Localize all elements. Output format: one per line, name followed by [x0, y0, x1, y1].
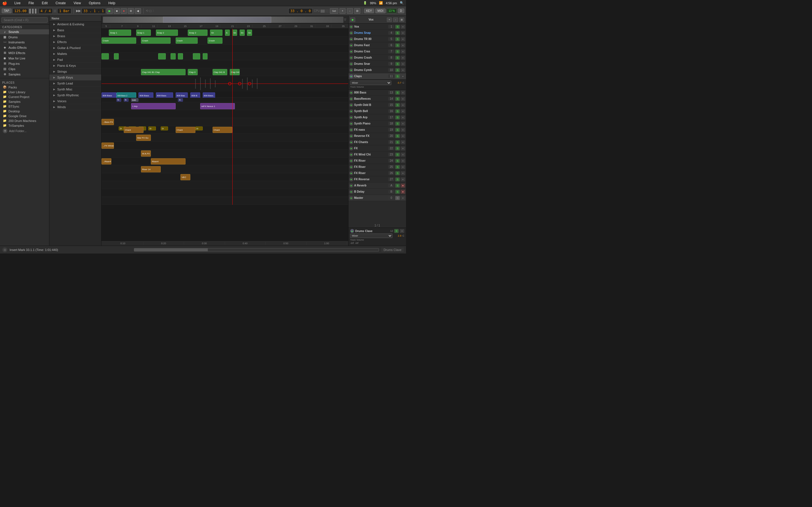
mt-s-vox[interactable]: S [395, 25, 400, 29]
track-lane-drums-cras[interactable] [101, 60, 348, 68]
mixer-track-fx-wind-chi[interactable]: ▶ FX Wind Chi 23 S ● [349, 152, 406, 158]
mixer-track-fx-riser-24[interactable]: ▶ FX Riser 24 S ● [349, 158, 406, 164]
mixer-minus-btn[interactable]: - [393, 17, 398, 22]
mt-s-drums-cras[interactable]: S [395, 50, 400, 54]
place-desktop[interactable]: 📁 Desktop [0, 109, 49, 114]
tap-button[interactable]: TAP [2, 8, 11, 13]
browser-item-14[interactable]: ▶ Winds [49, 104, 101, 110]
clip-refx[interactable]: reFX Nexus 1 [200, 103, 235, 109]
mt-r-drums-cras[interactable]: ● [401, 50, 405, 54]
track-lane-warfx[interactable]: War FX Gu [101, 134, 348, 142]
place-packs[interactable]: 📦 Packs [0, 85, 49, 90]
sidebar-item-plugins[interactable]: ⊞ Plug-ins [0, 61, 49, 66]
clip-clap4[interactable]: Clap 041 B [230, 69, 240, 75]
menu-create[interactable]: Create [54, 1, 67, 6]
bpm-display[interactable]: 125.00 [12, 8, 29, 14]
mixer-add-btn[interactable]: + [387, 17, 392, 22]
clip-fast-5[interactable] [178, 53, 183, 59]
mt-r-drums-tr80[interactable]: ● [401, 37, 405, 41]
mt-s-808bass[interactable]: S [395, 91, 400, 95]
mixer-track-fx[interactable]: ▶ FX 22 S ● [349, 145, 406, 152]
clip-b4-1[interactable]: B♭ [116, 98, 121, 102]
clip-snap-small[interactable]: Sn [210, 30, 222, 36]
mixer-track-master[interactable]: ▶ Master 0 S ● [349, 195, 406, 201]
mt-s-drums-crash[interactable]: S [395, 56, 400, 60]
browser-item-2[interactable]: ▶ Brass [49, 33, 101, 39]
place-200-drum-machines[interactable]: 📁 200 Drum Machines [0, 118, 49, 123]
clip-fast-2[interactable] [114, 53, 119, 59]
sidebar-item-sounds[interactable]: ♪ Sounds [0, 29, 49, 34]
track-lane-fx-wind[interactable]: ...FX Windc [101, 142, 348, 150]
mt-play-synth-bell[interactable]: ▶ [349, 109, 353, 113]
overview-bar[interactable]: ▽ [101, 16, 348, 24]
clip-clap3[interactable]: Clap 041 B [213, 69, 227, 75]
track-lane-synth-arp[interactable]: 1 Arp reFX Nexus 1 [101, 102, 348, 110]
sidebar-item-audio-effects[interactable]: ◈ Audio Effects [0, 45, 49, 50]
mt-r-vox[interactable]: ● [401, 25, 405, 29]
clip-snap1-1[interactable]: Snap 1 [109, 30, 131, 36]
menu-edit[interactable]: Edit [40, 1, 49, 6]
track-lane-master[interactable] [101, 197, 348, 205]
mixer-track-fx-riser-25[interactable]: ▶ FX Riser 25 S ● [349, 164, 406, 170]
mixer-track-vox[interactable]: ▶ Vox 1 S ● [349, 24, 406, 30]
mt-s-synth-odd-b[interactable]: S [395, 103, 400, 107]
mixer-track-b-delay[interactable]: ▶ B Delay B S ● [349, 189, 406, 195]
track-lane-reverb[interactable] [101, 181, 348, 189]
mt-play-fx-chants[interactable]: ▶ [349, 140, 353, 144]
mt-r-drums-snar[interactable]: ● [401, 62, 405, 66]
set-btn[interactable]: Set [330, 8, 338, 14]
clip-riser4-2[interactable]: Riser4 [151, 158, 186, 165]
browser-item-7[interactable]: ▶ Piano & Keys [49, 63, 101, 69]
mt-play-reverse-fx[interactable]: ▶ [349, 134, 353, 138]
dc-channel-select[interactable]: Mixer [350, 233, 393, 238]
mt-r-fx-chants[interactable]: ● [401, 140, 405, 144]
claps-channel-select[interactable]: Mixer [350, 80, 391, 85]
clip-clap2[interactable]: Clap 0 [188, 69, 198, 75]
mt-play-master[interactable]: ▶ [349, 196, 353, 200]
minus-set-btn[interactable]: - [347, 8, 353, 14]
mt-s-a-reverb[interactable]: S [395, 184, 400, 187]
mixer-track-synth-piano[interactable]: ▶ Synth Piano 18 S ● [349, 121, 406, 127]
mt-r-drums-clave[interactable]: ● [400, 229, 404, 233]
clip-chant-2[interactable]: Chant [175, 127, 195, 133]
position-display[interactable]: 33 . 1 . 1 [82, 8, 106, 14]
mt-r-bassreeces[interactable]: ● [401, 97, 405, 101]
mixer-track-claps[interactable]: ▶ Claps 11 S ● [349, 73, 406, 79]
clip-fast-6[interactable] [193, 53, 200, 59]
mt-r-synth-odd-b[interactable]: ● [401, 103, 405, 107]
track-lane-wafx[interactable]: W.A.FX - 1 [101, 150, 348, 158]
mt-r-synth-arp[interactable]: ● [401, 115, 405, 119]
mt-s-claps[interactable]: S [395, 74, 400, 78]
mt-r-fx-riser-24[interactable]: ● [401, 159, 405, 163]
sidebar-item-drums[interactable]: ▦ Drums [0, 34, 49, 40]
browser-item-8[interactable]: ▶ Strings [49, 69, 101, 75]
sidebar-item-instruments[interactable]: 〰 Instruments [0, 40, 49, 45]
mt-s-reverse-fx[interactable]: S [395, 134, 400, 138]
mt-r-drums-cymb[interactable]: ● [401, 68, 405, 72]
overview-waveform[interactable] [103, 17, 343, 23]
mt-play-synth-odd-b[interactable]: ▶ [349, 103, 353, 107]
track-lane-drums-tr80[interactable] [101, 45, 348, 52]
browser-item-11[interactable]: ▶ Synth Misc [49, 87, 101, 93]
mt-s-fx-riser-25[interactable]: S [395, 165, 400, 169]
sidebar-item-midi-effects[interactable]: ⊞ MIDI Effects [0, 50, 49, 55]
mt-play-drums-crash[interactable]: ▶ [349, 56, 353, 60]
clip-vec[interactable]: VEC [181, 174, 190, 180]
mixer-track-fx-reverse[interactable]: ▶ FX Reverse 27 S ● [349, 176, 406, 182]
clip-bass-fx[interactable]: ...Bass FX [101, 119, 114, 125]
browser-item-9[interactable]: ▶ Synth Keys [49, 75, 101, 80]
clip-crash-3[interactable]: Crash [175, 38, 198, 44]
track-lane-riser1[interactable]: ...Riser4 Riser4 [101, 158, 348, 165]
clip-di-5[interactable]: Di [161, 126, 168, 130]
status-progress-bar[interactable] [134, 248, 379, 251]
clip-snap1-2[interactable]: Snap 1 [136, 30, 151, 36]
mt-s-synth-piano[interactable]: S [395, 122, 400, 126]
place-current-project[interactable]: 📁 Current Project [0, 94, 49, 99]
mixer-settings-btn[interactable]: ⊞ [399, 17, 404, 22]
mixer-track-fx-nass[interactable]: ▶ FX nass 19 S ● [349, 127, 406, 133]
mt-r-drums-snap[interactable]: ● [401, 31, 405, 35]
mixer-track-reverse-fx[interactable]: ▶ Reverse FX 20 S ● [349, 133, 406, 139]
track-lane-drums-crash[interactable]: Clap 041 B1 Clap Clap 0 Clap 041 B Clap … [101, 68, 348, 76]
d-btn[interactable]: D [398, 8, 404, 13]
mt-play-fx-riser-26[interactable]: ▶ [349, 171, 353, 175]
